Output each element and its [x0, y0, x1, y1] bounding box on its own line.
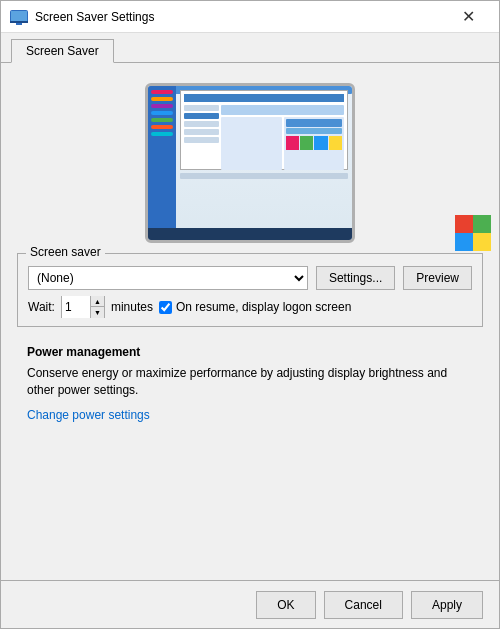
- screen-taskbar: [148, 228, 352, 240]
- detail-columns: [221, 117, 344, 170]
- power-description: Conserve energy or maximize performance …: [27, 365, 473, 399]
- screen-main: [176, 86, 352, 228]
- window-icon: [9, 7, 29, 27]
- list-item-1: [184, 105, 219, 111]
- wait-row: Wait: ▲ ▼ minutes On resume, display log…: [28, 296, 472, 318]
- detail-col-1: [221, 117, 282, 170]
- screen-sidebar: [148, 86, 176, 228]
- screen-content: [148, 86, 352, 240]
- resume-checkbox[interactable]: [159, 301, 172, 314]
- window-title: Screen Saver Settings: [35, 10, 445, 24]
- power-management-section: Power management Conserve energy or maxi…: [17, 337, 483, 570]
- monitor-frame: [145, 83, 355, 243]
- sidebar-item-6: [151, 125, 173, 129]
- tab-screen-saver[interactable]: Screen Saver: [11, 39, 114, 63]
- list-item-3: [184, 121, 219, 127]
- screensaver-dropdown[interactable]: (None) 3D Text Blank Bubbles Mystify Pho…: [28, 266, 308, 290]
- sidebar-item-5: [151, 118, 173, 122]
- list-item-2: [184, 113, 219, 119]
- settings-button[interactable]: Settings...: [316, 266, 395, 290]
- minutes-label: minutes: [111, 300, 153, 314]
- preview-button[interactable]: Preview: [403, 266, 472, 290]
- sidebar-item-7: [151, 132, 173, 136]
- close-button[interactable]: ✕: [445, 1, 491, 33]
- resume-checkbox-label[interactable]: On resume, display logon screen: [159, 300, 351, 314]
- wait-spinner[interactable]: ▲ ▼: [61, 296, 105, 318]
- screen-window-title-bar: [184, 94, 344, 102]
- screen-window: [180, 90, 348, 170]
- wait-input[interactable]: [62, 296, 90, 318]
- wait-label: Wait:: [28, 300, 55, 314]
- bottom-bar: OK Cancel Apply: [1, 580, 499, 628]
- cancel-button[interactable]: Cancel: [324, 591, 403, 619]
- sidebar-item-2: [151, 97, 173, 101]
- windows-logo: [455, 215, 491, 251]
- detail-col-2: [284, 117, 345, 170]
- screensaver-row: (None) 3D Text Blank Bubbles Mystify Pho…: [28, 266, 472, 290]
- screensaver-group: Screen saver (None) 3D Text Blank Bubble…: [17, 253, 483, 327]
- resume-label: On resume, display logon screen: [176, 300, 351, 314]
- screen-list: [184, 105, 219, 170]
- screen-saver-settings-window: Screen Saver Settings ✕ Screen Saver: [0, 0, 500, 629]
- screen-detail-area: [221, 105, 344, 170]
- svg-rect-2: [10, 21, 28, 23]
- sidebar-item-1: [151, 90, 173, 94]
- spin-up-button[interactable]: ▲: [90, 296, 104, 307]
- logo-quadrant-2: [473, 215, 491, 233]
- tab-bar: Screen Saver: [1, 33, 499, 62]
- content-area: Screen saver (None) 3D Text Blank Bubble…: [1, 62, 499, 580]
- list-item-4: [184, 129, 219, 135]
- monitor-screen: [148, 86, 352, 240]
- svg-rect-1: [11, 11, 27, 22]
- preview-area: [17, 73, 483, 243]
- change-power-settings-link[interactable]: Change power settings: [27, 408, 150, 422]
- group-label: Screen saver: [26, 245, 105, 259]
- screen-window-body: [184, 105, 344, 170]
- power-title: Power management: [27, 345, 473, 359]
- ok-button[interactable]: OK: [256, 591, 315, 619]
- logo-quadrant-4: [473, 233, 491, 251]
- spinner-buttons: ▲ ▼: [90, 296, 104, 318]
- sidebar-item-4: [151, 111, 173, 115]
- spin-down-button[interactable]: ▼: [90, 307, 104, 318]
- screen-bottom-bar: [180, 173, 348, 179]
- apply-button[interactable]: Apply: [411, 591, 483, 619]
- svg-rect-3: [16, 23, 22, 25]
- sidebar-item-3: [151, 104, 173, 108]
- logo-quadrant-3: [455, 233, 473, 251]
- title-bar: Screen Saver Settings ✕: [1, 1, 499, 33]
- logo-quadrant-1: [455, 215, 473, 233]
- detail-row-1: [221, 105, 344, 115]
- list-item-5: [184, 137, 219, 143]
